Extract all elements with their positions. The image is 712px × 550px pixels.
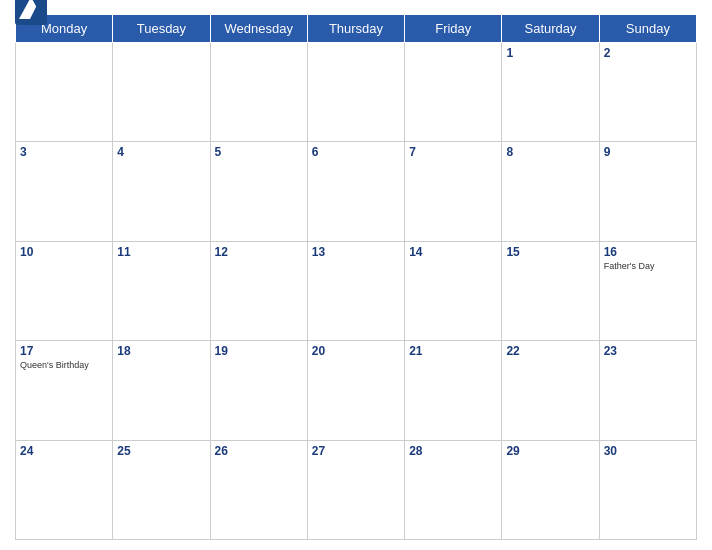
calendar-week-row: 12 bbox=[16, 43, 697, 142]
day-number: 11 bbox=[117, 245, 205, 259]
weekday-header: Friday bbox=[405, 15, 502, 43]
weekday-header: Wednesday bbox=[210, 15, 307, 43]
calendar-cell: 7 bbox=[405, 142, 502, 241]
calendar-cell: 9 bbox=[599, 142, 696, 241]
day-number: 8 bbox=[506, 145, 594, 159]
day-number: 5 bbox=[215, 145, 303, 159]
day-number: 15 bbox=[506, 245, 594, 259]
calendar-week-row: 10111213141516Father's Day bbox=[16, 241, 697, 340]
day-number: 21 bbox=[409, 344, 497, 358]
logo bbox=[15, 0, 50, 27]
calendar-cell: 16Father's Day bbox=[599, 241, 696, 340]
calendar-cell: 15 bbox=[502, 241, 599, 340]
calendar-cell: 25 bbox=[113, 440, 210, 539]
calendar-week-row: 17Queen's Birthday181920212223 bbox=[16, 341, 697, 440]
calendar-cell: 5 bbox=[210, 142, 307, 241]
calendar-cell: 23 bbox=[599, 341, 696, 440]
calendar-cell: 19 bbox=[210, 341, 307, 440]
logo-icon bbox=[15, 0, 47, 27]
day-number: 19 bbox=[215, 344, 303, 358]
calendar-cell: 26 bbox=[210, 440, 307, 539]
day-number: 14 bbox=[409, 245, 497, 259]
day-number: 18 bbox=[117, 344, 205, 358]
calendar-cell: 1 bbox=[502, 43, 599, 142]
day-number: 25 bbox=[117, 444, 205, 458]
day-number: 29 bbox=[506, 444, 594, 458]
calendar-cell: 12 bbox=[210, 241, 307, 340]
calendar-week-row: 24252627282930 bbox=[16, 440, 697, 539]
day-number: 12 bbox=[215, 245, 303, 259]
day-number: 10 bbox=[20, 245, 108, 259]
calendar-cell: 14 bbox=[405, 241, 502, 340]
day-number: 28 bbox=[409, 444, 497, 458]
calendar-cell: 22 bbox=[502, 341, 599, 440]
weekday-header: Tuesday bbox=[113, 15, 210, 43]
day-number: 2 bbox=[604, 46, 692, 60]
calendar-week-row: 3456789 bbox=[16, 142, 697, 241]
calendar-cell bbox=[405, 43, 502, 142]
day-number: 27 bbox=[312, 444, 400, 458]
calendar-cell: 3 bbox=[16, 142, 113, 241]
calendar-cell bbox=[307, 43, 404, 142]
calendar-cell: 2 bbox=[599, 43, 696, 142]
day-number: 26 bbox=[215, 444, 303, 458]
day-number: 9 bbox=[604, 145, 692, 159]
calendar-cell: 24 bbox=[16, 440, 113, 539]
calendar-cell bbox=[210, 43, 307, 142]
calendar-cell: 10 bbox=[16, 241, 113, 340]
day-number: 13 bbox=[312, 245, 400, 259]
weekday-header: Sunday bbox=[599, 15, 696, 43]
day-number: 17 bbox=[20, 344, 108, 358]
calendar-cell: 21 bbox=[405, 341, 502, 440]
calendar-cell: 29 bbox=[502, 440, 599, 539]
calendar-cell: 17Queen's Birthday bbox=[16, 341, 113, 440]
day-number: 1 bbox=[506, 46, 594, 60]
day-number: 7 bbox=[409, 145, 497, 159]
day-number: 16 bbox=[604, 245, 692, 259]
weekday-header: Saturday bbox=[502, 15, 599, 43]
day-number: 3 bbox=[20, 145, 108, 159]
calendar-cell: 8 bbox=[502, 142, 599, 241]
calendar-cell: 6 bbox=[307, 142, 404, 241]
day-number: 4 bbox=[117, 145, 205, 159]
calendar-cell: 30 bbox=[599, 440, 696, 539]
weekday-header-row: MondayTuesdayWednesdayThursdayFridaySatu… bbox=[16, 15, 697, 43]
calendar-cell bbox=[16, 43, 113, 142]
day-number: 6 bbox=[312, 145, 400, 159]
calendar-cell: 20 bbox=[307, 341, 404, 440]
calendar-cell bbox=[113, 43, 210, 142]
day-number: 23 bbox=[604, 344, 692, 358]
event-label: Father's Day bbox=[604, 261, 692, 272]
calendar-cell: 13 bbox=[307, 241, 404, 340]
day-number: 20 bbox=[312, 344, 400, 358]
calendar-cell: 11 bbox=[113, 241, 210, 340]
calendar-cell: 18 bbox=[113, 341, 210, 440]
calendar-cell: 4 bbox=[113, 142, 210, 241]
day-number: 24 bbox=[20, 444, 108, 458]
calendar-cell: 27 bbox=[307, 440, 404, 539]
calendar-table: MondayTuesdayWednesdayThursdayFridaySatu… bbox=[15, 14, 697, 540]
event-label: Queen's Birthday bbox=[20, 360, 108, 371]
calendar-cell: 28 bbox=[405, 440, 502, 539]
day-number: 30 bbox=[604, 444, 692, 458]
day-number: 22 bbox=[506, 344, 594, 358]
weekday-header: Thursday bbox=[307, 15, 404, 43]
